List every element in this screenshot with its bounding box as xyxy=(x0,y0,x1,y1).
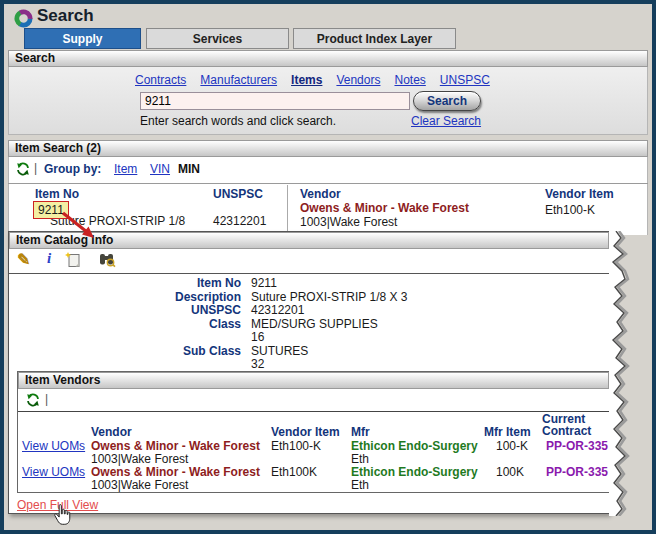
new-note-icon[interactable] xyxy=(65,252,81,268)
mfr-name: Ethicon Endo-Surgery xyxy=(351,465,478,479)
search-button[interactable]: Search xyxy=(413,91,481,111)
mfr-name: Ethicon Endo-Surgery xyxy=(351,439,478,453)
column-mfr[interactable]: Mfr xyxy=(351,425,370,439)
column-vendor[interactable]: Vendor xyxy=(300,187,341,201)
group-by-vin[interactable]: VIN xyxy=(150,162,170,176)
field-value-sub-class-code: 32 xyxy=(251,357,264,371)
vendor-sub: 1003|Wake Forest xyxy=(91,478,188,492)
result-unspsc-value: 42312201 xyxy=(213,214,266,228)
view-uoms-link[interactable]: View UOMs xyxy=(22,465,85,479)
link-unspsc[interactable]: UNSPSC xyxy=(440,73,490,87)
search-section-header: Search xyxy=(8,50,648,67)
vendor-item-value: Eth100-K xyxy=(271,439,321,453)
item-vendors-panel: Item Vendors | Vendor Vendor Item Mfr Mf… xyxy=(17,371,609,493)
column-unspsc[interactable]: UNSPSC xyxy=(213,187,263,201)
search-category-links: Contracts Manufacturers Items Vendors No… xyxy=(135,73,490,87)
tab-supply[interactable]: Supply xyxy=(24,28,141,49)
group-by-item[interactable]: Item xyxy=(114,162,137,176)
field-value-unspsc: 42312201 xyxy=(251,303,304,317)
toolbar-separator: | xyxy=(45,392,48,406)
column-item-no[interactable]: Item No xyxy=(35,187,79,201)
info-icon[interactable]: i xyxy=(47,250,51,267)
vendor-name[interactable]: Owens & Minor - Wake Forest xyxy=(91,465,260,479)
vendor-item-value: Eth100K xyxy=(271,465,317,479)
toolbar-divider xyxy=(8,183,648,184)
hand-cursor-icon xyxy=(53,504,73,528)
column-divider xyxy=(287,185,288,235)
column-vendor[interactable]: Vendor xyxy=(91,425,132,439)
result-vendor-name[interactable]: Owens & Minor - Wake Forest xyxy=(300,201,469,215)
annotation-arrow-icon xyxy=(58,210,100,242)
page-title: Search xyxy=(37,6,94,26)
view-uoms-link[interactable]: View UOMs xyxy=(22,439,85,453)
field-label-unspsc: UNSPSC xyxy=(9,303,241,317)
refresh-icon[interactable] xyxy=(26,393,40,407)
search-hint-text: Enter search words and click search. xyxy=(140,114,336,128)
result-vendor-item-value: Eth100-K xyxy=(545,203,595,217)
tab-product-index-layer[interactable]: Product Index Layer xyxy=(293,28,456,49)
link-notes[interactable]: Notes xyxy=(394,73,425,87)
edit-pencil-icon[interactable]: ✎ xyxy=(17,250,30,269)
field-value-class: MED/SURG SUPPLIES xyxy=(251,317,378,331)
field-value-description: Suture PROXI-STRIP 1/8 X 3 xyxy=(251,290,408,304)
field-value-item-no: 9211 xyxy=(251,276,277,290)
search-input[interactable] xyxy=(140,92,410,110)
application-window: Search Supply Services Product Index Lay… xyxy=(0,0,656,534)
item-catalog-info-popup: Item Catalog Info ✎ i Item No 9211 Descr… xyxy=(8,231,609,514)
link-items-active[interactable]: Items xyxy=(291,73,322,87)
link-vendors[interactable]: Vendors xyxy=(336,73,380,87)
field-value-class-code: 16 xyxy=(251,330,264,344)
item-vendors-header: Item Vendors xyxy=(18,372,609,389)
column-vendor-item[interactable]: Vendor Item xyxy=(545,187,614,201)
group-by-min-active[interactable]: MIN xyxy=(178,162,200,176)
mfr-item-value: 100-K xyxy=(496,439,528,453)
item-vendors-toolbar: | xyxy=(18,389,609,412)
field-value-sub-class: SUTURES xyxy=(251,344,308,358)
column-current-contract[interactable]: Current Contract xyxy=(542,413,604,437)
tab-services[interactable]: Services xyxy=(146,28,289,49)
field-label-description: Description xyxy=(9,290,241,304)
mfr-sub: Eth xyxy=(351,478,369,492)
contract-link[interactable]: PP-OR-335 xyxy=(546,465,608,479)
mfr-sub: Eth xyxy=(351,452,369,466)
result-vendor-sub: 1003|Wake Forest xyxy=(300,215,397,229)
popup-toolbar: ✎ i xyxy=(9,249,609,274)
find-binoculars-icon[interactable] xyxy=(99,252,116,268)
refresh-icon[interactable] xyxy=(16,162,30,176)
link-manufacturers[interactable]: Manufacturers xyxy=(200,73,277,87)
mfr-item-value: 100K xyxy=(496,465,524,479)
contract-link[interactable]: PP-OR-335 xyxy=(546,439,608,453)
torn-edge xyxy=(609,231,635,516)
clear-search-link[interactable]: Clear Search xyxy=(411,114,481,128)
vendor-sub: 1003|Wake Forest xyxy=(91,452,188,466)
field-label-sub-class: Sub Class xyxy=(9,344,241,358)
field-label-item-no: Item No xyxy=(9,276,241,290)
item-search-header: Item Search (2) xyxy=(8,140,648,157)
column-vendor-item[interactable]: Vendor Item xyxy=(271,425,340,439)
toolbar-separator: | xyxy=(34,161,37,175)
link-contracts[interactable]: Contracts xyxy=(135,73,186,87)
field-label-class: Class xyxy=(9,317,241,331)
group-by-label: Group by: xyxy=(44,162,101,176)
vendor-name[interactable]: Owens & Minor - Wake Forest xyxy=(91,439,260,453)
column-mfr-item[interactable]: Mfr Item xyxy=(484,425,531,439)
app-logo-icon xyxy=(14,9,33,28)
